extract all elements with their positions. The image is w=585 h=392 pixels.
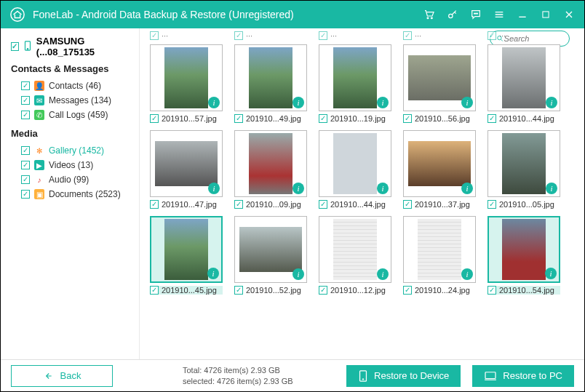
thumb-checkbox[interactable] [150,114,159,123]
thumbnail[interactable]: i201910...09.jpg [234,130,307,209]
sidebar-item-contacts[interactable]: 👤 Contacts (46) [11,79,133,93]
svg-point-12 [362,378,364,380]
thumb-checkbox[interactable] [488,114,496,123]
sidebar-item-messages[interactable]: ✉ Messages (134) [11,93,133,108]
info-icon[interactable]: i [292,97,304,108]
sidebar-item-label: Audio (99) [49,175,89,185]
device-name: SAMSUNG (...08_175135 [36,36,133,57]
thumb-checkbox[interactable] [234,200,243,209]
thumb-checkbox[interactable] [403,114,412,123]
thumb-filename: 201910...12.jpg [330,286,386,295]
contacts-icon: 👤 [34,81,44,91]
home-icon[interactable] [9,7,25,23]
stats-total: Total: 4726 item(s) 2.93 GB [183,365,335,375]
documents-icon: ▣ [34,189,44,199]
thumbnail-grid[interactable]: i201910...57.jpg i201910...49.jpg i20191… [140,40,584,359]
device-row[interactable]: SAMSUNG (...08_175135 [11,36,133,57]
checkbox[interactable] [21,146,30,155]
thumb-checkbox[interactable] [403,286,412,295]
checkbox[interactable] [21,96,30,105]
thumb-checkbox[interactable] [403,200,412,209]
sidebar-item-audio[interactable]: ♪ Audio (99) [11,172,133,187]
info-icon[interactable]: i [461,183,473,194]
thumb-checkbox[interactable] [488,286,496,295]
thumb-filename: 201910...56.jpg [415,114,470,123]
thumbnail[interactable]: i201910...47.jpg [150,130,223,209]
svg-point-9 [27,48,28,49]
feedback-icon[interactable] [469,8,482,21]
thumb-filename: 201910...09.jpg [246,200,301,209]
thumbnail[interactable]: i201910...37.jpg [403,130,476,209]
minimize-icon[interactable] [516,8,529,21]
info-icon[interactable]: i [292,183,304,194]
thumbnail[interactable]: i201910...44.jpg [488,44,560,123]
thumb-checkbox[interactable] [319,114,327,123]
info-icon[interactable]: i [546,97,557,108]
sidebar-item-label: Contacts (46) [49,81,101,91]
svg-point-3 [449,14,453,17]
key-icon[interactable] [446,8,459,21]
thumb-filename: 201910...44.jpg [330,200,386,209]
device-icon [358,370,368,382]
thumbnail[interactable]: i201910...52.jpg [234,216,307,295]
info-icon[interactable]: i [208,97,220,108]
checkbox[interactable] [21,175,30,184]
thumbnail[interactable]: i201910...19.jpg [319,44,391,123]
thumbnail[interactable]: i201910...12.jpg [319,216,391,295]
cart-icon[interactable] [423,8,436,21]
thumb-filename: 201910...57.jpg [162,114,217,123]
device-checkbox[interactable] [11,42,19,51]
thumbnail[interactable]: i201910...56.jpg [403,44,476,123]
info-icon[interactable]: i [292,268,304,280]
info-icon[interactable]: i [377,268,389,280]
info-icon[interactable]: i [377,97,389,108]
thumbnail[interactable]: i201910...49.jpg [234,44,307,123]
maximize-icon[interactable] [539,8,552,21]
sidebar-item-label: Videos (13) [49,160,93,170]
thumb-checkbox[interactable] [488,200,496,209]
app-title: FoneLab - Android Data Backup & Restore … [33,9,423,20]
thumb-filename: 201910...45.jpg [162,286,217,295]
thumbnail[interactable]: i201910...45.jpg [150,216,223,295]
thumb-checkbox[interactable] [234,114,243,123]
thumb-filename: 201910...49.jpg [246,114,301,123]
info-icon[interactable]: i [207,268,219,279]
sidebar-item-documents[interactable]: ▣ Documents (2523) [11,187,133,201]
checkbox[interactable] [21,111,30,119]
sidebar-item-calllogs[interactable]: ✆ Call Logs (459) [11,108,133,122]
thumb-checkbox[interactable] [319,200,327,209]
thumbnail[interactable]: i201910...54.jpg [488,216,560,295]
restore-device-button[interactable]: Restore to Device [346,365,461,387]
thumb-checkbox[interactable] [150,286,159,295]
thumb-checkbox[interactable] [150,200,159,209]
thumb-checkbox[interactable] [319,286,327,295]
checkbox[interactable] [21,190,30,199]
checkbox[interactable] [21,81,30,90]
svg-point-4 [474,13,475,14]
thumbnail[interactable]: i201910...44.jpg [319,130,391,209]
thumbnail[interactable]: i201910...57.jpg [150,44,223,123]
thumb-filename: 201910...24.jpg [415,286,470,295]
thumbnail[interactable]: i201910...24.jpg [403,216,476,295]
footer: Back Total: 4726 item(s) 2.93 GB selecte… [1,359,584,391]
thumb-checkbox[interactable] [234,286,243,295]
restore-pc-button[interactable]: Restore to PC [472,365,574,387]
info-icon[interactable]: i [208,183,220,194]
thumb-filename: 201910...19.jpg [330,114,386,123]
checkbox[interactable] [21,161,30,169]
thumbnail[interactable]: i201910...05.jpg [488,130,560,209]
sidebar: SAMSUNG (...08_175135 Contacts & Message… [1,28,139,359]
sidebar-item-videos[interactable]: ▶ Videos (13) [11,158,133,172]
thumb-filename: 201910...44.jpg [499,114,554,123]
info-icon[interactable]: i [545,268,557,279]
back-button[interactable]: Back [11,365,113,387]
info-icon[interactable]: i [377,183,389,194]
sidebar-item-label: Gallery (1452) [49,145,104,156]
info-icon[interactable]: i [546,183,557,194]
info-icon[interactable]: i [461,97,473,108]
info-icon[interactable]: i [461,268,473,280]
menu-icon[interactable] [493,8,506,21]
svg-point-0 [11,8,24,21]
sidebar-item-gallery[interactable]: ✻ Gallery (1452) [11,143,133,158]
close-icon[interactable] [562,8,576,21]
